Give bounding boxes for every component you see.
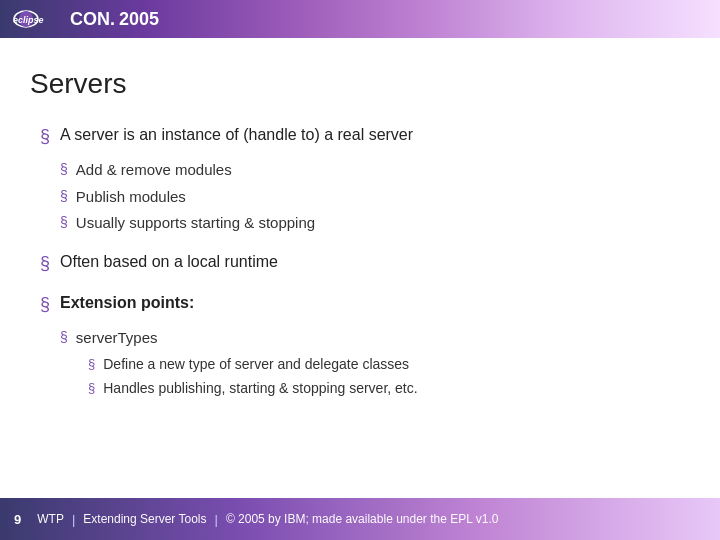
bullet-handles: § Handles publishing, starting & stoppin… <box>88 378 690 399</box>
footer-bar: 9 WTP | Extending Server Tools | © 2005 … <box>0 498 720 540</box>
handles-text: Handles publishing, starting & stopping … <box>103 378 417 399</box>
server-instance-text: A server is an instance of (handle to) a… <box>60 124 413 146</box>
eclipse-logo: eclipse CON. 2005 <box>12 9 159 30</box>
bullet-l2-marker-2: § <box>60 186 68 207</box>
main-content: Servers § A server is an instance of (ha… <box>0 38 720 475</box>
server-types-text: serverTypes <box>76 327 158 350</box>
header-bar: eclipse CON. 2005 <box>0 0 720 38</box>
define-text: Define a new type of server and delegate… <box>103 354 409 375</box>
bullet-l1-marker-3: § <box>40 292 50 317</box>
sub-sub-bullets-server-types: § Define a new type of server and delega… <box>60 354 690 399</box>
add-remove-text: Add & remove modules <box>76 159 232 182</box>
sub-bullets-extension: § serverTypes § Define a new type of ser… <box>30 327 690 399</box>
section-extension-points: § Extension points: § serverTypes § Defi… <box>30 292 690 399</box>
bullet-l3-marker-1: § <box>88 354 95 374</box>
page-number: 9 <box>14 512 21 527</box>
bullet-l1-marker-1: § <box>40 124 50 149</box>
bullet-l2-marker-3: § <box>60 212 68 233</box>
eclipse-logo-svg: eclipse <box>12 9 62 29</box>
page-title: Servers <box>30 68 690 100</box>
sub-bullets-server: § Add & remove modules § Publish modules… <box>30 159 690 235</box>
bullet-stopping: § Usually supports starting & stopping <box>60 212 690 235</box>
bullet-publish: § Publish modules <box>60 186 690 209</box>
footer-label1: WTP <box>37 512 64 526</box>
bullet-local-runtime: § Often based on a local runtime <box>30 251 690 276</box>
bullet-add-remove: § Add & remove modules <box>60 159 690 182</box>
footer-label3: © 2005 by IBM; made available under the … <box>226 512 499 526</box>
year-label: 2005 <box>119 9 159 30</box>
bullet-extension-points: § Extension points: <box>30 292 690 317</box>
bullet-l1-marker-2: § <box>40 251 50 276</box>
bullet-server-types: § serverTypes <box>60 327 690 350</box>
section-local-runtime: § Often based on a local runtime <box>30 251 690 276</box>
bullet-l2-marker-4: § <box>60 327 68 348</box>
bullet-server-instance: § A server is an instance of (handle to)… <box>30 124 690 149</box>
stopping-text: Usually supports starting & stopping <box>76 212 315 235</box>
svg-text:eclipse: eclipse <box>13 15 44 25</box>
bullet-define: § Define a new type of server and delega… <box>88 354 690 375</box>
footer-label2: Extending Server Tools <box>83 512 206 526</box>
local-runtime-text: Often based on a local runtime <box>60 251 278 273</box>
bullet-l2-marker-1: § <box>60 159 68 180</box>
con-label: CON. <box>70 9 115 30</box>
section-server-instance: § A server is an instance of (handle to)… <box>30 124 690 235</box>
footer-sep1: | <box>72 512 75 527</box>
publish-text: Publish modules <box>76 186 186 209</box>
bullet-l3-marker-2: § <box>88 378 95 398</box>
extension-points-text: Extension points: <box>60 292 194 314</box>
footer-sep2: | <box>214 512 217 527</box>
